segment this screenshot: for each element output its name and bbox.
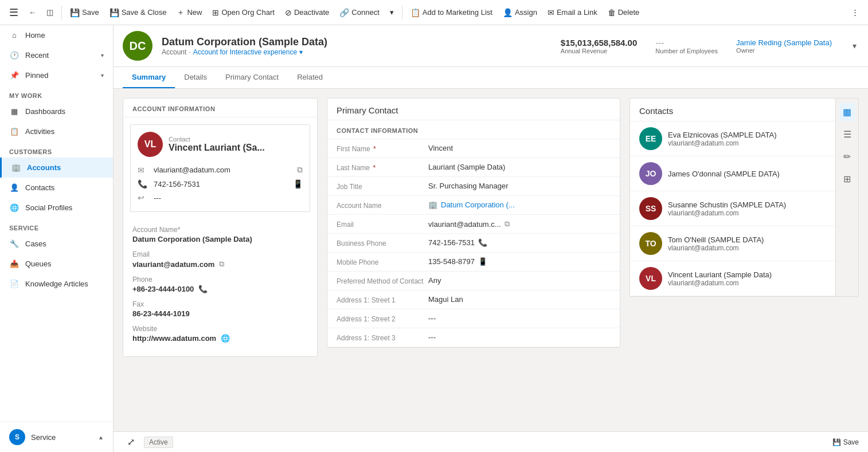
last-name-value[interactable]: Lauriant (Sample Data) — [428, 163, 611, 171]
job-title-row: Job Title Sr. Purchasing Manager — [327, 177, 620, 196]
status-save-icon: 💾 — [832, 438, 841, 446]
sidebar-item-dashboards[interactable]: ▦ Dashboards — [0, 101, 113, 121]
website-globe-icon[interactable]: 🌐 — [221, 334, 230, 343]
sidebar: ⌂ Home 🕐 Recent ▾ 📌 Pinned ▾ My Work ▦ D… — [0, 25, 114, 452]
sidebar-item-cases[interactable]: 🔧 Cases — [0, 234, 113, 254]
form-view-button[interactable]: ◫ — [42, 6, 58, 19]
expand-button[interactable]: ▾ — [850, 39, 859, 53]
sidebar-item-social-profiles[interactable]: 🌐 Social Profiles — [0, 198, 113, 218]
contact-card-name-block: Contact Vincent Lauriant (Sa... — [169, 136, 265, 153]
right-sidebar-edit-icon[interactable]: ✏ — [840, 148, 854, 166]
copy-email-icon[interactable]: ⧉ — [297, 165, 303, 175]
account-name-link[interactable]: Datum Corporation (... — [441, 201, 515, 209]
email-link-button[interactable]: ✉ Email a Link — [543, 6, 602, 19]
more-commands-button[interactable]: ⋮ — [847, 6, 863, 19]
last-name-row: Last Name * Lauriant (Sample Data) — [327, 158, 620, 177]
connect-button[interactable]: 🔗 Connect — [335, 6, 384, 19]
address-street1-value[interactable]: Magui Lan — [428, 295, 611, 304]
contact-account-name-label: Account Name — [337, 201, 428, 210]
right-sidebar-grid-icon[interactable]: ▦ — [839, 103, 855, 121]
entity-experience-link[interactable]: Account for Interactive experience — [193, 48, 297, 56]
back-button[interactable]: ← — [24, 6, 41, 19]
ss-name[interactable]: Susanne Schustin (SAMPLE DATA) — [668, 201, 834, 209]
jo-name[interactable]: James O'donnal (SAMPLE DATA) — [668, 170, 834, 178]
sidebar-item-queues[interactable]: 📥 Queues — [0, 254, 113, 274]
toolbar: ☰ ← ◫ 💾 Save 💾 Save & Close ＋ New ⊞ Open… — [0, 0, 868, 25]
website-field-row: http://www.adatum.com 🌐 — [132, 334, 308, 343]
assign-button[interactable]: 👤 Assign — [498, 6, 542, 19]
status-save-label[interactable]: Save — [843, 438, 859, 446]
expand-form-button[interactable]: ⤢ — [123, 434, 139, 450]
sidebar-item-knowledge[interactable]: 📄 Knowledge Articles — [0, 274, 113, 294]
call-icon[interactable]: 📱 — [293, 179, 303, 188]
to-info: Tom O'Neill (SAMPLE DATA) vlauriant@adat… — [668, 235, 834, 252]
save-button[interactable]: 💾 Save — [65, 6, 104, 19]
fax-field-value[interactable]: 86-23-4444-1019 — [132, 309, 308, 318]
tab-primary-contact[interactable]: Primary Contact — [216, 67, 288, 88]
tab-details[interactable]: Details — [175, 67, 216, 88]
status-badge: Active — [144, 437, 173, 448]
sidebar-item-pinned[interactable]: 📌 Pinned ▾ — [0, 65, 113, 85]
phone-field-value[interactable]: +86-23-4444-0100 — [132, 285, 194, 293]
website-field-value[interactable]: http://www.adatum.com — [132, 334, 216, 343]
sidebar-item-accounts[interactable]: 🏢 Accounts — [0, 158, 113, 178]
ss-email: vlauriant@adatum.com — [668, 209, 834, 217]
contact-account-name-value: 🏢 Datum Corporation (... — [428, 201, 611, 209]
address-street2-value[interactable]: --- — [428, 314, 611, 323]
business-phone-row: Business Phone 742-156-7531 📞 — [327, 234, 620, 253]
sidebar-item-recent[interactable]: 🕐 Recent ▾ — [0, 45, 113, 65]
sidebar-item-home[interactable]: ⌂ Home — [0, 25, 113, 45]
sidebar-item-contacts[interactable]: 👤 Contacts — [0, 178, 113, 198]
right-sidebar-table-icon[interactable]: ⊞ — [840, 170, 854, 188]
fax-field-label: Fax — [132, 300, 308, 308]
tab-summary[interactable]: Summary — [123, 67, 175, 88]
deactivate-button[interactable]: ⊘ Deactivate — [280, 6, 334, 19]
email-field-value[interactable]: vlauriant@adatum.com — [132, 260, 214, 269]
job-title-value[interactable]: Sr. Purchasing Manager — [428, 182, 611, 190]
preferred-contact-value[interactable]: Any — [428, 276, 611, 285]
account-link-icon: 🏢 — [428, 201, 437, 209]
sidebar-item-activities[interactable]: 📋 Activities — [0, 121, 113, 142]
email-field-row: vlauriant@adatum.com ⧉ — [132, 260, 308, 269]
ee-name[interactable]: Eva Elznicovas (SAMPLE DATA) — [668, 131, 834, 139]
tab-related[interactable]: Related — [288, 67, 332, 88]
field-website: Website http://www.adatum.com 🌐 — [132, 325, 308, 343]
add-marketing-list-button[interactable]: 📋 Add to Marketing List — [406, 6, 497, 19]
delete-button[interactable]: 🗑 Delete — [603, 6, 644, 19]
field-email: Email vlauriant@adatum.com ⧉ — [132, 250, 308, 269]
save-close-icon: 💾 — [110, 8, 119, 17]
right-sidebar-list-icon[interactable]: ☰ — [840, 125, 855, 143]
contact-card: VL Contact Vincent Lauriant (Sa... ✉ vla… — [130, 124, 310, 212]
vl-info: Vincent Lauriant (Sample Data) vlauriant… — [668, 270, 834, 287]
connect-chevron-button[interactable]: ▾ — [385, 6, 398, 19]
contact-card-header: VL Contact Vincent Lauriant (Sa... — [138, 132, 303, 157]
entity-name: Datum Corporation (Sample Data) — [162, 36, 552, 48]
hamburger-menu[interactable]: ☰ — [5, 2, 23, 23]
accounts-icon: 🏢 — [11, 163, 21, 172]
business-phone-call-icon[interactable]: 📞 — [478, 238, 487, 247]
to-email: vlauriant@adatum.com — [668, 244, 834, 252]
to-name[interactable]: Tom O'Neill (SAMPLE DATA) — [668, 235, 834, 244]
first-name-value[interactable]: Vincent — [428, 144, 611, 152]
open-org-chart-button[interactable]: ⊞ Open Org Chart — [208, 6, 279, 19]
field-account-name: Account Name* Datum Corporation (Sample … — [132, 226, 308, 243]
owner-value[interactable]: Jamie Reding (Sample Data) — [736, 38, 832, 47]
mobile-phone-call-icon[interactable]: 📱 — [478, 257, 487, 266]
sidebar-footer-service[interactable]: S Service ▲ — [0, 422, 113, 452]
contact-card-label: Contact — [169, 136, 265, 143]
queues-icon: 📥 — [9, 260, 19, 268]
vl-name[interactable]: Vincent Lauriant (Sample Data) — [668, 270, 834, 279]
email-copy-icon[interactable]: ⧉ — [219, 260, 224, 269]
contacts-panel: Contacts ⋮ EE Eva Elznicovas (SAMPLE DAT… — [630, 98, 859, 297]
account-name-value[interactable]: Datum Corporation (Sample Data) — [132, 235, 308, 243]
address-street3-value[interactable]: --- — [428, 333, 611, 341]
address-street1-row: Address 1: Street 1 Magui Lan — [327, 290, 620, 309]
contact-email-copy-icon[interactable]: ⧉ — [505, 219, 510, 229]
save-close-button[interactable]: 💾 Save & Close — [105, 6, 171, 19]
assign-icon: 👤 — [503, 8, 513, 17]
new-button[interactable]: ＋ New — [172, 5, 206, 20]
contacts-panel-title: Contacts — [639, 106, 840, 116]
phone-call-icon[interactable]: 📞 — [198, 285, 208, 293]
connect-icon: 🔗 — [339, 8, 349, 17]
address-street1-label: Address 1: Street 1 — [337, 295, 428, 304]
